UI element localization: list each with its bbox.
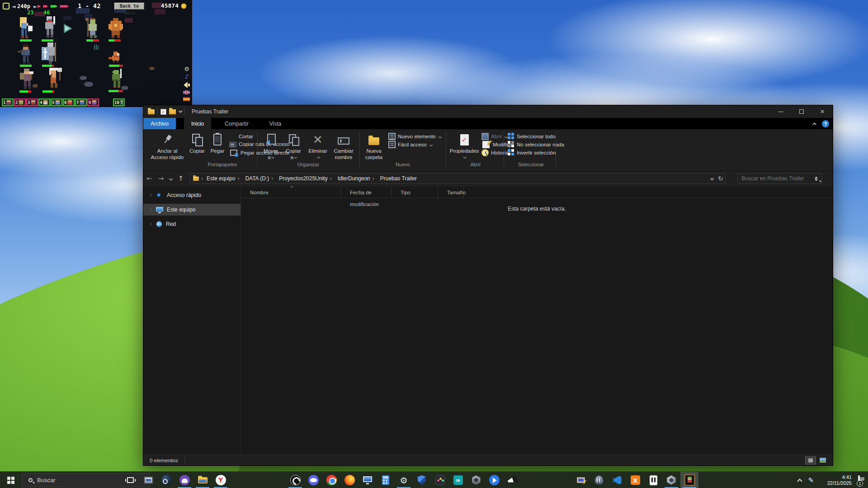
party-slot-6[interactable]: 6 [63,99,75,106]
tab-inicio[interactable]: Inicio [184,118,211,129]
language-spanish-flag-icon[interactable] [183,97,190,102]
minimize-button[interactable]: — [770,105,791,118]
close-button[interactable]: ✕ [812,105,833,118]
party-slot-10[interactable]: 10 [113,99,125,106]
search-icon[interactable] [815,177,817,181]
party-slot-3[interactable]: 3 [26,99,38,106]
sidebar-item-este-equipo[interactable]: Este equipo [143,204,241,216]
chrome-icon[interactable] [322,472,340,488]
remote-pc-icon[interactable] [572,472,590,488]
fullscreen-button[interactable] [3,3,9,9]
unit-orc-shaman[interactable] [84,18,101,41]
party-slot-9[interactable]: 9 [87,99,99,106]
settings-icon[interactable]: ⚙ [395,472,413,488]
unit-orc-brute[interactable] [107,18,125,41]
game-sound-icon[interactable] [183,82,190,88]
delete-button[interactable]: ✕ Eliminar [306,131,330,160]
column-header-fecha[interactable]: Fecha de modificación [341,187,392,198]
idler-dungeon-game-icon[interactable] [680,472,698,488]
up-nav-icon[interactable]: ↑ [175,174,187,183]
select-all-button[interactable]: Seleccionar todo [508,133,556,140]
customize-qat-icon[interactable] [179,109,182,113]
start-button[interactable] [0,472,22,488]
crumb-idlerdungeon[interactable]: IdlerDungeon [336,175,378,182]
refresh-icon[interactable]: ↻ [718,175,723,182]
unit-goblin[interactable] [108,69,125,90]
address-dropdown-icon[interactable] [710,177,714,180]
game-settings-icon[interactable]: ⚙ [183,66,191,72]
new-item-button[interactable]: Nuevo elemento [388,133,441,140]
title-bar[interactable]: ✓ Pruebas Trailer — ✕ [143,105,833,118]
github-desktop-icon[interactable] [175,472,193,488]
taskbar-clock[interactable]: 4:41 22/11/2025 [820,474,852,486]
unit-dwarf[interactable] [18,69,35,90]
crumb-pruebas-trailer[interactable]: Pruebas Trailer [378,175,423,182]
vscode-icon[interactable] [608,472,626,488]
invert-selection-button[interactable]: Invertir selección [508,149,556,156]
properties-check-icon[interactable]: ✓ [160,109,166,115]
properties-button[interactable]: ✓ Propiedades [450,131,479,160]
firefox-icon[interactable] [340,472,359,488]
maximize-button[interactable] [791,105,812,118]
unity-editor-icon[interactable] [662,472,680,488]
paste-button[interactable]: Pegar [208,131,227,154]
unit-archer[interactable] [15,17,33,40]
search-input[interactable] [738,175,815,182]
remote-desktop-icon[interactable] [359,472,377,488]
tab-compartir[interactable]: Compartir [217,118,256,129]
megaphone-icon[interactable] [503,472,521,488]
search-box[interactable] [737,173,822,184]
davinci-resolve-icon[interactable] [431,472,449,488]
plugin-app-icon[interactable] [644,472,662,488]
pin-quick-access-button[interactable]: Anclar al Acceso rápido [148,131,187,160]
back-nav-icon[interactable]: ← [143,174,155,183]
recent-locations-icon[interactable] [167,175,175,182]
notifications-button[interactable]: 1 [858,476,860,484]
unit-barbarian[interactable] [44,68,62,90]
expand-chevron-icon[interactable] [148,222,152,226]
unit-shield-knight[interactable] [39,42,59,66]
party-slot-1[interactable]: 1 [2,99,14,106]
column-header-nombre[interactable]: Nombre [241,187,341,198]
expand-chevron-icon[interactable] [148,193,152,197]
move-to-button[interactable]: Mover a [260,131,282,160]
sidebar-item-red[interactable]: Red [143,218,241,230]
calculator-icon[interactable] [377,472,395,488]
unity-hub-icon[interactable] [467,472,485,488]
arduino-icon[interactable]: ∞ [449,472,467,488]
tab-archivo[interactable]: Archivo [143,118,176,129]
sidebar-item-acceso-rapido[interactable]: ★ Acceso rápido [143,189,241,201]
game-music-icon[interactable]: ♪ [183,73,191,80]
help-button[interactable]: ? [822,120,829,127]
speed-4x-icon[interactable]: ▶▶▶▶ [60,3,67,9]
breadcrumb[interactable]: › Este equipoDATA (D:)Proyectos2025Unity… [189,173,726,184]
resolution-prev-icon[interactable]: ◄ [12,4,15,9]
rename-button[interactable]: Cambiar nombre [330,131,357,160]
performance-app-icon[interactable] [139,472,157,488]
copy-button[interactable]: Copiar [187,131,208,154]
party-slot-2[interactable]: 2 [14,99,26,106]
crumb-este-equipo[interactable]: Este equipo [205,175,243,182]
security-shield-icon[interactable] [413,472,431,488]
resolution-next-icon[interactable]: ► [33,4,37,9]
obs-icon[interactable] [286,472,304,488]
steam-icon[interactable] [157,472,175,488]
column-header-tamano[interactable]: Tamaño [438,187,464,198]
file-explorer-icon[interactable] [193,472,212,488]
new-folder-qat-icon[interactable] [169,109,176,114]
party-slot-4[interactable]: 4 [38,99,50,106]
file-list-area[interactable]: ★ Acceso rápido Este equipo Red ^ Nombre… [143,187,833,455]
party-slot-5[interactable]: 5 [51,99,62,106]
details-view-button[interactable] [805,456,816,465]
column-header-tipo[interactable]: Tipo [392,187,438,198]
unit-crossbowman[interactable] [17,44,34,66]
yandex-browser-icon[interactable]: Y [212,472,230,488]
crumb-data-d[interactable]: DATA (D:) [243,175,277,182]
unit-knight[interactable] [41,16,58,39]
speed-2x-icon[interactable]: ▶▶ [43,3,47,9]
speed-1x-icon[interactable]: ▶ [38,3,39,9]
cloud-gaming-icon[interactable] [485,472,503,488]
discord-icon[interactable] [304,472,322,488]
crumb-proyectos2025unity[interactable]: Proyectos2025Unity [277,175,335,182]
expand-chevron-icon[interactable] [148,208,152,211]
